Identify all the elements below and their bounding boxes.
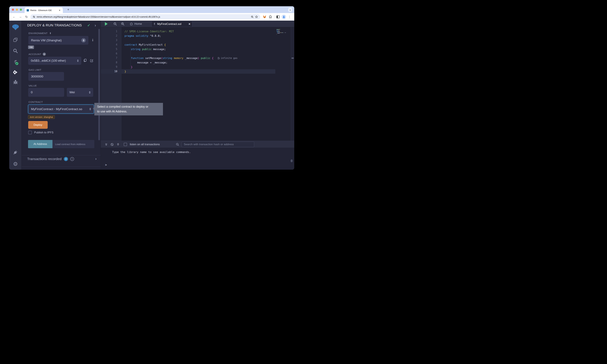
code-line[interactable]: pragma solidity ^0.8.0; — [121, 34, 275, 38]
code-line[interactable]: function setMessage(string memory _messa… — [121, 56, 275, 60]
terminal-message: Type the library name to see available c… — [112, 151, 191, 154]
environment-select[interactable]: Remix VM (Shanghai) — [28, 36, 88, 45]
tab-close-icon[interactable]: ✕ — [58, 9, 61, 12]
tab-title: Remix - Ethereum IDE — [30, 9, 58, 12]
activity-bar: ⚙ — [9, 21, 22, 170]
bookmark-star-icon[interactable] — [255, 15, 258, 18]
browser-tab[interactable]: Remix - Ethereum IDE ✕ — [25, 7, 63, 13]
transactions-expand-chevron-icon[interactable]: › — [95, 157, 96, 161]
code-line[interactable] — [121, 38, 275, 42]
solidity-compiler-icon[interactable] — [9, 59, 22, 65]
transactions-info-icon[interactable]: i — [70, 157, 74, 161]
code-line[interactable]: message = _message; — [121, 60, 275, 65]
load-contract-address-input[interactable] — [53, 140, 94, 148]
account-select[interactable]: 0x5B3...eddC4 (100 ether) — [28, 57, 81, 65]
editor-minimap[interactable] — [275, 27, 291, 141]
select-stepper-icon — [89, 91, 91, 94]
extensions-puzzle-icon[interactable] — [268, 15, 272, 19]
environment-label: ENVIRONMENT — [28, 32, 52, 35]
close-tab-icon[interactable]: ✕ — [188, 23, 190, 26]
zoom-out-icon[interactable] — [113, 21, 117, 27]
editor-area: Home MyFirstContract.sol ✕ 12345678910 /… — [101, 21, 294, 170]
panel-scrollbar[interactable] — [98, 29, 100, 140]
browser-menu-icon[interactable]: ⋮ — [288, 15, 290, 19]
home-icon — [130, 22, 133, 26]
run-script-button[interactable] — [105, 21, 108, 27]
gas-limit-field[interactable] — [28, 72, 64, 81]
close-window-button[interactable] — [12, 9, 14, 11]
line-number: 1 — [101, 29, 121, 34]
address-bar[interactable]: remix.ethereum.org/#lang=en&optimize=fal… — [30, 14, 260, 20]
panel-title: DEPLOY & RUN TRANSACTIONS — [27, 23, 82, 27]
new-tab-button[interactable]: + — [66, 8, 70, 12]
evm-version-badge: evm version: shanghai — [28, 115, 55, 119]
back-button[interactable]: ← — [12, 15, 16, 19]
publish-ipfs-checkbox[interactable] — [28, 131, 32, 134]
contract-label: CONTRACT — [28, 101, 43, 103]
browser-toolbar: ← → ↻ remix.ethereum.org/#lang=en&optimi… — [9, 13, 294, 21]
code-line[interactable]: string public message; — [121, 47, 275, 52]
code-line[interactable]: } — [121, 65, 275, 69]
select-stepper-icon — [81, 38, 86, 42]
url-text: remix.ethereum.org/#lang=en&optimize=fal… — [37, 15, 250, 18]
deploy-and-run-icon[interactable] — [9, 70, 22, 76]
value-label: VALUE — [28, 84, 37, 87]
add-account-icon[interactable]: + — [43, 52, 46, 56]
pending-transactions-count: 0 — [117, 141, 119, 148]
line-number: 10 — [101, 69, 121, 74]
value-field[interactable] — [28, 88, 64, 97]
editor-code[interactable]: // SPDX-License-Identifier: MITpragma so… — [121, 27, 275, 141]
listen-transactions-checkbox[interactable] — [124, 143, 127, 146]
contract-select[interactable]: MyFirstContract - MyFirstContract.so — [28, 104, 94, 114]
deploy-button[interactable]: Deploy — [28, 121, 48, 129]
metamask-icon[interactable] — [263, 15, 266, 19]
side-panel-icon[interactable] — [276, 15, 280, 18]
profile-avatar[interactable] — [282, 15, 286, 19]
gas-limit-label: GAS LIMIT — [28, 68, 41, 71]
at-address-button[interactable]: At Address — [28, 140, 53, 148]
tab-home[interactable]: Home — [128, 21, 144, 27]
tab-search-button[interactable]: ⌄ — [288, 8, 292, 12]
copy-account-icon[interactable] — [83, 59, 87, 63]
edit-account-icon[interactable] — [90, 59, 93, 63]
search-icon[interactable] — [9, 48, 22, 53]
minimize-window-button[interactable] — [16, 9, 18, 11]
value-input[interactable] — [31, 91, 62, 94]
zoom-page-icon[interactable] — [251, 15, 254, 18]
forward-button[interactable]: → — [18, 15, 23, 19]
traffic-lights — [12, 9, 22, 11]
line-number: 4 — [101, 42, 121, 47]
code-line[interactable]: } — [121, 69, 275, 74]
settings-gear-icon[interactable]: ⚙ — [9, 161, 22, 167]
browser-window: Remix - Ethereum IDE ✕ + ⌄ ← → ↻ remix.e… — [9, 6, 294, 170]
code-line[interactable]: // SPDX-License-Identifier: MIT — [121, 29, 275, 34]
terminal-output[interactable]: Type the library name to see available c… — [101, 148, 294, 170]
editor-scrollbar[interactable] — [291, 27, 294, 141]
code-line[interactable]: contract MyFirstContract { — [121, 42, 275, 47]
code-editor[interactable]: 12345678910 // SPDX-License-Identifier: … — [101, 27, 294, 141]
code-line[interactable] — [121, 52, 275, 56]
site-settings-icon[interactable] — [33, 15, 35, 18]
plugin-manager-icon[interactable] — [9, 150, 22, 155]
tab-myfirstcontract[interactable]: MyFirstContract.sol ✕ — [151, 21, 192, 27]
clear-console-icon[interactable] — [110, 141, 114, 148]
gas-limit-input[interactable] — [31, 75, 61, 78]
zoom-window-button[interactable] — [20, 9, 22, 11]
collapse-terminal-icon[interactable] — [105, 141, 108, 148]
terminal-prompt[interactable]: > — [105, 163, 107, 167]
value-unit-select[interactable]: Wei — [67, 88, 93, 97]
terminal-header: 0 listen on all transactions — [101, 141, 294, 148]
panel-expand-chevron-icon[interactable]: › — [95, 23, 96, 28]
reload-button[interactable]: ↻ — [24, 15, 29, 19]
infinite-gas-annotation: infinite gas — [218, 57, 238, 60]
editor-scrollbar-thumb[interactable] — [291, 58, 294, 59]
environment-info-icon[interactable]: i — [92, 38, 93, 42]
terminal-search-input[interactable] — [182, 142, 254, 147]
terminal-scrollbar-thumb[interactable] — [291, 159, 293, 162]
debugger-icon[interactable] — [9, 79, 22, 85]
zoom-in-icon[interactable] — [121, 21, 125, 27]
remix-logo-icon[interactable] — [9, 23, 22, 31]
file-explorer-icon[interactable] — [9, 37, 22, 42]
solidity-file-icon — [153, 23, 156, 26]
contract-select-tooltip: Select a compiled contract to deploy or … — [94, 103, 163, 115]
